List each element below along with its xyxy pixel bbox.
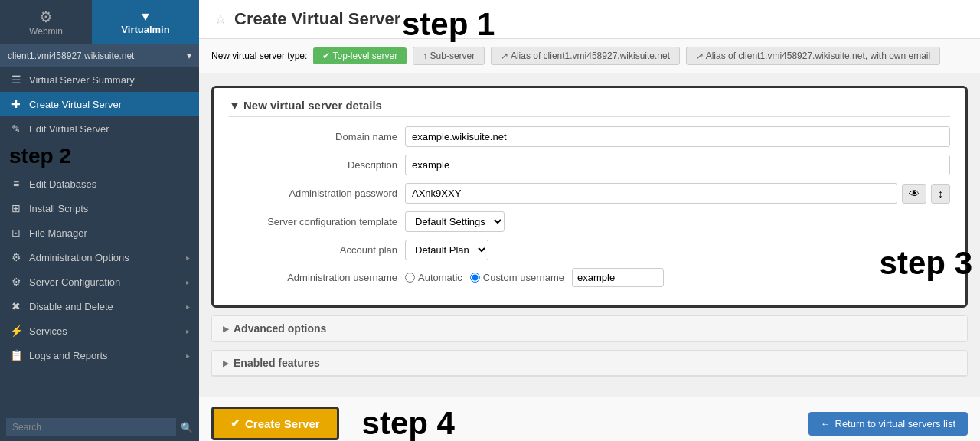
virtualmin-icon: ▼ (139, 10, 152, 24)
arrow-icon4: ▸ (186, 327, 190, 335)
admin-password-input[interactable] (405, 183, 897, 204)
description-label: Description (229, 159, 397, 171)
new-virtual-server-header: ▼ New virtual server details (229, 99, 950, 117)
return-icon: ← (821, 418, 831, 430)
admin-password-control: 👁 ↕ (405, 183, 950, 204)
arrow-icon2: ▸ (186, 278, 190, 286)
sidebar-item-administration-options[interactable]: ⚙ Administration Options ▸ (0, 245, 199, 270)
sidebar-item-create-virtual-server[interactable]: ✚ Create Virtual Server (0, 92, 199, 116)
create-server-button[interactable]: ✔ Create Server (211, 407, 339, 440)
admin-username-label: Administration username (229, 272, 397, 283)
sidebar-item-disable-delete[interactable]: ✖ Disable and Delete ▸ (0, 294, 199, 318)
triangle-icon: ▶ (223, 325, 229, 333)
domain-name-label: Domain name (229, 131, 397, 142)
sidebar-webmin[interactable]: ⚙ Webmin (0, 0, 92, 44)
account-plan-select[interactable]: Default Plan (405, 240, 488, 260)
return-to-list-button[interactable]: ← Return to virtual servers list (808, 412, 969, 436)
bottom-bar: ✔ Create Server step 4 ← Return to virtu… (199, 397, 980, 441)
admin-password-label: Administration password (229, 188, 397, 199)
sidebar-item-edit-virtual-server[interactable]: ✎ Edit Virtual Server (0, 116, 199, 141)
arrow-icon5: ▸ (186, 351, 190, 360)
server-config-template-row: Server configuration template Default Se… (229, 211, 950, 232)
custom-radio-label[interactable]: Custom username (470, 272, 564, 283)
top-level-server-btn[interactable]: ✔ Top-level server (313, 47, 407, 64)
enabled-features-header[interactable]: ▶ Enabled features (212, 351, 967, 376)
server-type-bar: New virtual server type: ✔ Top-level ser… (199, 39, 980, 74)
webmin-icon: ⚙ (39, 8, 53, 26)
content-area: ▼ New virtual server details Domain name… (199, 74, 980, 397)
advanced-options-section: ▶ Advanced options (211, 315, 968, 342)
custom-username-input[interactable] (572, 268, 664, 287)
generate-password-btn[interactable]: ↕ (931, 184, 950, 204)
automatic-radio[interactable] (405, 273, 415, 283)
automatic-radio-label[interactable]: Automatic (405, 272, 462, 283)
description-row: Description (229, 155, 950, 175)
sub-server-btn[interactable]: ↑ Sub-server (413, 47, 485, 65)
server-config-template-control: Default Settings (405, 211, 950, 232)
domain-name-row: Domain name (229, 126, 950, 147)
logs-icon: 📋 (9, 349, 23, 361)
server-config-template-label: Server configuration template (229, 216, 397, 227)
step2-label: step 2 (0, 141, 199, 172)
sidebar: ⚙ Webmin ▼ Virtualmin client1.vmi458927.… (0, 0, 199, 441)
create-server-icon: ✔ (230, 416, 240, 430)
admin-username-row: Administration username Automatic Custom… (229, 268, 950, 287)
client-domain-bar[interactable]: client1.vmi458927.wikisuite.net ▾ (0, 44, 199, 67)
file-manager-icon: ⊡ (9, 227, 23, 239)
advanced-options-header[interactable]: ▶ Advanced options (212, 316, 967, 341)
edit-icon: ✎ (9, 122, 23, 135)
arrow-icon3: ▸ (186, 302, 190, 311)
database-icon: ≡ (9, 178, 23, 190)
sidebar-search-bar: 🔍 (0, 413, 199, 441)
new-virtual-server-section: ▼ New virtual server details Domain name… (211, 86, 968, 308)
sidebar-virtualmin[interactable]: ▼ Virtualmin (92, 0, 199, 44)
sidebar-item-services[interactable]: ⚡ Services ▸ (0, 318, 199, 343)
admin-username-control: Automatic Custom username (405, 268, 950, 287)
account-plan-row: Account plan Default Plan (229, 240, 950, 260)
step3-label: step 3 (880, 245, 972, 282)
step4-label: step 4 (362, 405, 455, 441)
server-type-label: New virtual server type: (211, 51, 307, 61)
sidebar-item-server-configuration[interactable]: ⚙ Server Configuration ▸ (0, 270, 199, 294)
description-control (405, 155, 950, 175)
triangle-icon2: ▶ (223, 359, 229, 368)
sidebar-item-install-scripts[interactable]: ⊞ Install Scripts (0, 196, 199, 220)
server-config-template-select[interactable]: Default Settings (405, 211, 505, 232)
scripts-icon: ⊞ (9, 202, 23, 214)
admin-options-icon: ⚙ (9, 251, 23, 263)
enabled-features-section: ▶ Enabled features (211, 350, 968, 377)
chevron-down-icon: ▾ (187, 51, 191, 61)
services-icon: ⚡ (9, 325, 23, 337)
domain-name-input[interactable] (405, 126, 950, 147)
admin-password-row: Administration password 👁 ↕ (229, 183, 950, 204)
page-header: ☆ Create Virtual Server (199, 0, 980, 39)
account-plan-control: Default Plan (405, 240, 950, 260)
custom-radio[interactable] (470, 273, 480, 283)
disable-icon: ✖ (9, 300, 23, 312)
alias-email-btn[interactable]: ↗ Alias of client1.vmi458927.wikisuite.n… (686, 47, 940, 65)
page-title: Create Virtual Server (234, 9, 400, 29)
description-input[interactable] (405, 155, 950, 175)
sidebar-item-virtual-server-summary[interactable]: ☰ Virtual Server Summary (0, 67, 199, 92)
sidebar-item-edit-databases[interactable]: ≡ Edit Databases (0, 172, 199, 196)
show-password-btn[interactable]: 👁 (902, 184, 926, 204)
step1-label: step 1 (402, 6, 495, 43)
domain-name-control (405, 126, 950, 147)
arrow-icon: ▸ (186, 253, 190, 262)
account-plan-label: Account plan (229, 244, 397, 256)
alias-btn[interactable]: ↗ Alias of client1.vmi458927.wikisuite.n… (491, 47, 680, 65)
star-icon[interactable]: ☆ (214, 11, 227, 28)
server-config-icon: ⚙ (9, 276, 23, 288)
sidebar-item-file-manager[interactable]: ⊡ File Manager (0, 220, 199, 245)
search-icon: 🔍 (181, 422, 193, 433)
main-content: step 1 ☆ Create Virtual Server New virtu… (199, 0, 980, 441)
sidebar-item-logs-reports[interactable]: 📋 Logs and Reports ▸ (0, 343, 199, 368)
summary-icon: ☰ (9, 74, 23, 86)
search-input[interactable] (6, 418, 176, 436)
create-icon: ✚ (9, 98, 23, 110)
